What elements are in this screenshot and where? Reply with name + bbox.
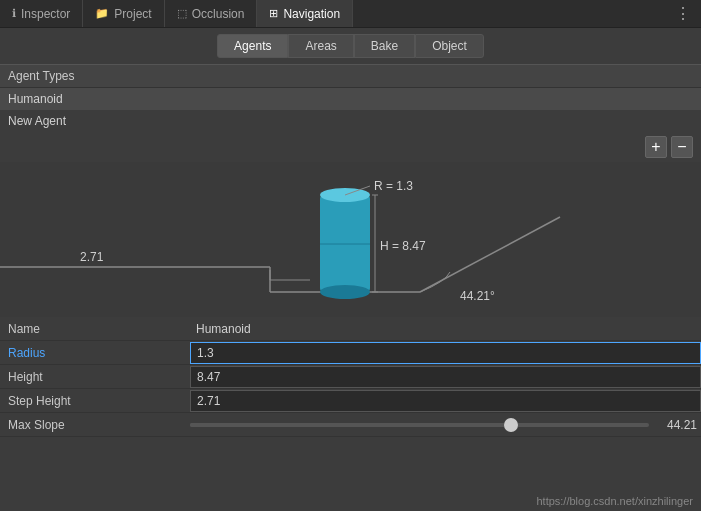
max-slope-label: Max Slope — [0, 414, 190, 436]
agents-button[interactable]: Agents — [217, 34, 288, 58]
object-button[interactable]: Object — [415, 34, 484, 58]
add-remove-row: + − — [0, 132, 701, 162]
height-input[interactable] — [190, 366, 701, 388]
tab-bar: ℹ Inspector 📁 Project ⬚ Occlusion ⊞ Navi… — [0, 0, 701, 28]
svg-text:H = 8.47: H = 8.47 — [380, 239, 426, 253]
tab-occlusion[interactable]: ⬚ Occlusion — [165, 0, 258, 27]
slope-value: 44.21 — [657, 418, 697, 432]
agent-list: Humanoid New Agent — [0, 88, 701, 132]
footer-url: https://blog.csdn.net/xinzhilinger — [536, 495, 693, 507]
slope-slider-thumb[interactable] — [504, 418, 518, 432]
agent-humanoid[interactable]: Humanoid — [0, 88, 701, 110]
svg-text:2.71: 2.71 — [80, 250, 104, 264]
name-row: Name Humanoid — [0, 317, 701, 341]
remove-agent-button[interactable]: − — [671, 136, 693, 158]
visualization-area: R = 1.3 H = 8.47 2.71 44.21° — [0, 162, 701, 317]
properties-panel: Name Humanoid Radius Height Step Height … — [0, 317, 701, 437]
tab-navigation-label: Navigation — [283, 7, 340, 21]
slope-slider-fill — [190, 423, 511, 427]
occlusion-icon: ⬚ — [177, 7, 187, 20]
tab-inspector-label: Inspector — [21, 7, 70, 21]
radius-label: Radius — [0, 342, 190, 364]
svg-text:44.21°: 44.21° — [460, 289, 495, 303]
step-height-input[interactable] — [190, 390, 701, 412]
svg-point-6 — [320, 285, 370, 299]
slope-slider-track[interactable] — [190, 423, 649, 427]
step-height-label: Step Height — [0, 390, 190, 412]
tab-inspector[interactable]: ℹ Inspector — [0, 0, 83, 27]
tab-project[interactable]: 📁 Project — [83, 0, 164, 27]
step-height-row: Step Height — [0, 389, 701, 413]
add-agent-button[interactable]: + — [645, 136, 667, 158]
height-row: Height — [0, 365, 701, 389]
slope-slider-container: 44.21 — [190, 418, 701, 432]
height-label: Height — [0, 366, 190, 388]
tab-navigation[interactable]: ⊞ Navigation — [257, 0, 353, 27]
project-icon: 📁 — [95, 7, 109, 20]
name-label: Name — [0, 318, 190, 340]
agent-new[interactable]: New Agent — [0, 110, 701, 132]
navigation-icon: ⊞ — [269, 7, 278, 20]
tab-more-button[interactable]: ⋮ — [665, 4, 701, 23]
bake-button[interactable]: Bake — [354, 34, 415, 58]
toolbar: Agents Areas Bake Object — [0, 28, 701, 64]
viz-svg: R = 1.3 H = 8.47 2.71 44.21° — [0, 162, 701, 317]
name-value: Humanoid — [190, 320, 701, 338]
areas-button[interactable]: Areas — [288, 34, 353, 58]
radius-row: Radius — [0, 341, 701, 365]
agent-types-header: Agent Types — [0, 64, 701, 88]
inspector-icon: ℹ — [12, 7, 16, 20]
svg-text:R = 1.3: R = 1.3 — [374, 179, 413, 193]
max-slope-row: Max Slope 44.21 — [0, 413, 701, 437]
tab-project-label: Project — [114, 7, 151, 21]
radius-input[interactable] — [190, 342, 701, 364]
tab-occlusion-label: Occlusion — [192, 7, 245, 21]
agent-types-label: Agent Types — [8, 69, 75, 83]
